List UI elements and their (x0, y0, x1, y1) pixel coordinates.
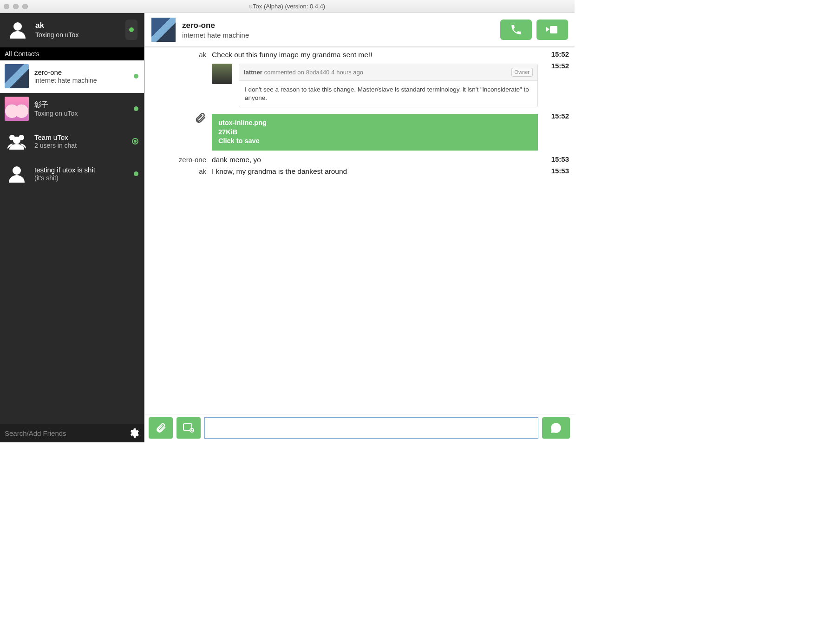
contact-status: Toxing on uTox (34, 110, 128, 117)
attachment-icon (194, 112, 206, 124)
self-status-toggle[interactable] (125, 20, 137, 40)
chat-peer-name: zero-one (182, 21, 494, 30)
contact-avatar-icon (5, 162, 29, 186)
presence-dot-icon (132, 138, 138, 145)
input-row (145, 414, 575, 442)
contact-list: zero-one internet hate machine 彰子 Toxing… (0, 60, 144, 424)
contact-name: testing if utox is shit (34, 166, 128, 174)
sidebar-bottom (0, 424, 144, 442)
svg-point-3 (13, 137, 20, 144)
message-text: I know, my grandma is the dankest around (212, 167, 539, 177)
message-row-file: utox-inline.png 27KiB Click to save 15:5… (150, 111, 569, 151)
message-sender: ak (150, 50, 206, 59)
contact-avatar (5, 97, 29, 121)
contact-item-testing[interactable]: testing if utox is shit (it's shit) (0, 158, 144, 191)
svg-rect-5 (550, 26, 557, 33)
message-sender: ak (150, 167, 206, 175)
embed-owner-badge: Owner (511, 68, 533, 77)
embed-ref: 8bda440 (306, 68, 330, 77)
contact-name: 彰子 (34, 100, 128, 109)
embed-verb: commented on (264, 68, 304, 77)
send-button[interactable] (542, 417, 570, 439)
contact-status: internet hate machine (34, 77, 128, 84)
contact-status: 2 users in chat (34, 142, 126, 149)
self-profile[interactable]: ak Toxing on uTox (0, 13, 144, 47)
svg-point-0 (13, 22, 22, 31)
window-titlebar: uTox (Alpha) (version: 0.4.4) (0, 0, 575, 13)
group-avatar-icon (5, 129, 29, 153)
file-hint: Click to save (218, 137, 531, 146)
embed-author: lattner (244, 68, 262, 77)
window-title: uTox (Alpha) (version: 0.4.4) (0, 3, 575, 10)
contact-name: Team uTox (34, 133, 126, 141)
contact-avatar (5, 64, 29, 88)
self-status: Toxing on uTox (35, 31, 119, 39)
message-time: 15:52 (545, 50, 569, 58)
self-name: ak (35, 21, 119, 30)
embed-body: I don't see a reason to take this change… (239, 81, 537, 107)
presence-dot-icon (134, 171, 138, 176)
message-row-embed: lattner commented on 8bda440 4 hours ago… (150, 61, 569, 108)
chat-peer-status: internet hate machine (182, 31, 494, 39)
file-size: 27KiB (218, 128, 531, 137)
self-avatar-icon (7, 19, 29, 41)
attach-file-button[interactable] (149, 417, 173, 439)
contact-status: (it's shit) (34, 174, 128, 182)
chat-avatar (151, 18, 176, 42)
presence-dot-icon (134, 74, 138, 79)
message-time: 15:53 (545, 167, 569, 175)
message-time: 15:52 (545, 62, 569, 70)
svg-point-4 (13, 166, 21, 175)
message-time: 15:53 (545, 155, 569, 163)
message-input[interactable] (204, 417, 538, 439)
message-row: ak Check out this funny image my grandma… (150, 49, 569, 61)
audio-call-button[interactable] (500, 20, 532, 40)
contact-name: zero-one (34, 68, 128, 76)
message-list: ak Check out this funny image my grandma… (145, 47, 575, 414)
message-text: Check out this funny image my grandma se… (212, 50, 539, 60)
online-dot-icon (129, 27, 134, 32)
message-text: dank meme, yo (212, 155, 539, 165)
settings-icon[interactable] (128, 427, 139, 439)
contact-item-team-utox[interactable]: Team uTox 2 users in chat (0, 125, 144, 158)
message-time: 15:52 (545, 112, 569, 120)
video-call-button[interactable] (536, 20, 568, 40)
file-transfer-box[interactable]: utox-inline.png 27KiB Click to save (212, 114, 538, 151)
file-name: utox-inline.png (218, 118, 531, 128)
contacts-header: All Contacts (0, 47, 144, 60)
message-row: ak I know, my grandma is the dankest aro… (150, 166, 569, 177)
screenshot-button[interactable] (177, 417, 201, 439)
embed-when: 4 hours ago (331, 68, 363, 77)
embed-author-avatar (212, 64, 232, 84)
message-row: zero-one dank meme, yo 15:53 (150, 154, 569, 166)
sidebar: ak Toxing on uTox All Contacts zero-one … (0, 13, 145, 442)
search-input[interactable] (5, 429, 124, 437)
contact-item-akiko[interactable]: 彰子 Toxing on uTox (0, 93, 144, 125)
embedded-image[interactable]: lattner commented on 8bda440 4 hours ago… (212, 64, 538, 107)
chat-header: zero-one internet hate machine (145, 13, 575, 47)
contact-item-zero-one[interactable]: zero-one internet hate machine (0, 60, 144, 93)
message-sender: zero-one (150, 155, 206, 164)
presence-dot-icon (134, 106, 138, 111)
chat-panel: zero-one internet hate machine ak Check … (145, 13, 575, 442)
